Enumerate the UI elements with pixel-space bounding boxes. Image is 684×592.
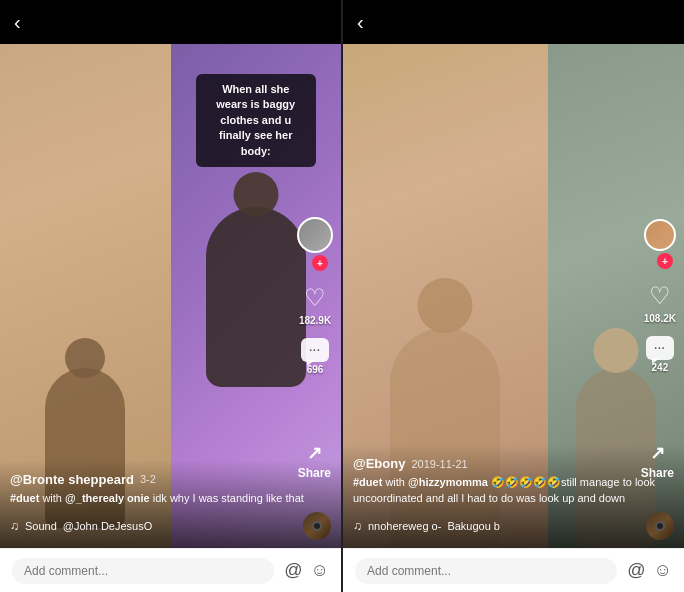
music-note-icon: ♫	[10, 519, 19, 533]
text-overlay: When all she wears is baggy clothes and …	[196, 74, 316, 167]
left-at-icon[interactable]: @	[284, 560, 302, 581]
right-music-note-icon: ♫	[353, 519, 362, 533]
right-share-icon: ↗	[650, 442, 665, 464]
left-comment-icons: @ ☺	[284, 560, 329, 581]
right-share-label: Share	[641, 466, 674, 480]
left-username[interactable]: @Bronte sheppeard	[10, 472, 134, 487]
right-caption: #duet with @hizzymomma 🤣🤣🤣🤣🤣still manage…	[353, 475, 674, 506]
right-emoji-icon[interactable]: ☺	[654, 560, 672, 581]
left-video-area: When all she wears is baggy clothes and …	[0, 44, 341, 548]
left-phone-panel: ‹ When all she wears is baggy clothes an…	[0, 0, 342, 592]
right-sound-author[interactable]: Bakugou b	[447, 520, 500, 532]
heart-icon: ♡	[300, 283, 330, 313]
left-creator-avatar[interactable]	[297, 217, 333, 253]
right-sound-row: ♫ nnohereweg o- Bakugou b	[353, 512, 674, 540]
left-date: 3-2	[140, 473, 156, 485]
dots: ···	[309, 345, 320, 356]
left-caption-rest: idk why I was standing like that	[153, 492, 304, 504]
right-comment-count: 242	[652, 362, 669, 373]
right-vinyl-center	[655, 521, 665, 531]
right-comment-icon: ···	[646, 336, 674, 360]
left-mention[interactable]: with	[42, 492, 65, 504]
left-sound-author[interactable]: @John DeJesusO	[63, 520, 152, 532]
left-share-label: Share	[298, 466, 331, 480]
right-dots: ···	[654, 343, 665, 354]
left-comment-button[interactable]: ··· 696	[301, 338, 329, 375]
right-vinyl-icon[interactable]	[646, 512, 674, 540]
right-top-bar: ‹	[343, 0, 684, 44]
left-bottom-info: ↗ Share @Bronte sheppeard 3-2 #duet with…	[0, 460, 341, 548]
left-duet-tag: #duet	[10, 492, 39, 504]
left-mention-tag[interactable]: @_therealy onie	[65, 492, 150, 504]
right-username-row: @Ebony 2019-11-21	[353, 456, 674, 471]
right-username[interactable]: @Ebony	[353, 456, 405, 471]
right-share-button[interactable]: ↗ Share	[641, 442, 674, 480]
right-creator-avatar[interactable]	[644, 219, 676, 251]
vinyl-center	[312, 521, 322, 531]
right-phone-panel: ‹ + ♡ 108.2K ··· 242	[342, 0, 684, 592]
left-emoji-icon[interactable]: ☺	[311, 560, 329, 581]
left-username-row: @Bronte sheppeard 3-2	[10, 472, 331, 487]
right-comment-button[interactable]: ··· 242	[646, 336, 674, 373]
right-comment-icons: @ ☺	[627, 560, 672, 581]
left-vinyl-icon[interactable]	[303, 512, 331, 540]
man-silhouette	[206, 207, 306, 387]
right-with-text: with	[385, 476, 408, 488]
left-sound-text[interactable]: Sound	[25, 520, 57, 532]
right-like-count: 108.2K	[644, 313, 676, 324]
right-like-button[interactable]: ♡ 108.2K	[644, 281, 676, 324]
right-mention-tag[interactable]: @hizzymomma	[408, 476, 488, 488]
left-like-count: 182.9K	[299, 315, 331, 326]
left-comment-bar: @ ☺	[0, 548, 341, 592]
left-side-actions: + ♡ 182.9K ··· 696	[297, 217, 333, 375]
left-share-button[interactable]: ↗ Share	[298, 442, 331, 480]
left-sound-row: ♫ Sound @John DeJesusO	[10, 512, 331, 540]
right-comment-bar: @ ☺	[343, 548, 684, 592]
man-figure-area	[206, 167, 306, 387]
right-back-button[interactable]: ‹	[357, 11, 364, 34]
right-date: 2019-11-21	[411, 458, 467, 470]
left-comment-input[interactable]	[12, 558, 274, 584]
right-follow-badge[interactable]: +	[657, 253, 673, 269]
right-heart-icon: ♡	[645, 281, 675, 311]
comment-icon: ···	[301, 338, 329, 362]
right-at-icon[interactable]: @	[627, 560, 645, 581]
right-sound-text[interactable]: nnohereweg o-	[368, 520, 441, 532]
left-follow-badge[interactable]: +	[312, 255, 328, 271]
right-video-area: + ♡ 108.2K ··· 242 ↗ Share @Ebony 2019-1…	[343, 44, 684, 548]
right-bottom-info: ↗ Share @Ebony 2019-11-21 #duet with @hi…	[343, 444, 684, 548]
right-comment-input[interactable]	[355, 558, 617, 584]
left-back-button[interactable]: ‹	[14, 11, 21, 34]
share-icon: ↗	[307, 442, 322, 464]
left-top-bar: ‹	[0, 0, 341, 44]
right-duet-tag: #duet	[353, 476, 382, 488]
left-comment-count: 696	[307, 364, 324, 375]
left-like-button[interactable]: ♡ 182.9K	[299, 283, 331, 326]
right-side-actions: + ♡ 108.2K ··· 242	[644, 219, 676, 373]
left-caption: #duet with @_therealy onie idk why I was…	[10, 491, 331, 506]
